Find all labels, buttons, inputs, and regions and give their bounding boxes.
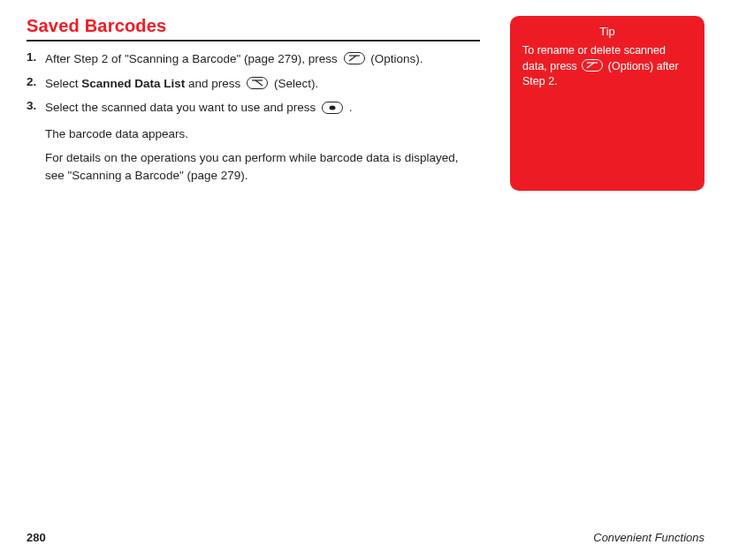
svg-line-5	[255, 80, 263, 86]
step-text: Select	[45, 77, 81, 90]
tip-title: Tip	[522, 25, 692, 38]
svg-line-2	[349, 56, 356, 61]
page-footer: 280 Convenient Functions	[27, 531, 704, 544]
svg-rect-3	[247, 78, 268, 89]
step-text: .	[349, 101, 353, 114]
svg-point-7	[329, 105, 335, 110]
svg-rect-0	[344, 53, 364, 64]
page-title: Saved Barcodes	[27, 16, 480, 40]
step-text: Select the scanned data you want to use …	[45, 101, 319, 114]
step-text: (Options).	[370, 52, 423, 65]
result-line: The barcode data appears.	[45, 125, 480, 143]
result-block: The barcode data appears. For details on…	[45, 125, 480, 185]
title-rule	[27, 40, 480, 42]
steps-list: 1. After Step 2 of "Scanning a Barcode" …	[27, 50, 480, 117]
step-bold: Scanned Data List	[81, 77, 185, 90]
step-2: 2. Select Scanned Data List and press (S…	[27, 75, 480, 93]
tip-box: Tip To rename or delete scanned data, pr…	[510, 16, 704, 191]
section-name: Convenient Functions	[593, 531, 704, 544]
step-text: (Select).	[274, 77, 318, 90]
svg-line-10	[587, 63, 594, 68]
main-column: Saved Barcodes 1. After Step 2 of "Scann…	[27, 16, 480, 191]
svg-rect-8	[583, 60, 603, 72]
center-key-icon	[322, 102, 343, 114]
step-number: 1.	[27, 50, 45, 68]
step-number: 3.	[27, 99, 45, 117]
step-number: 2.	[27, 75, 45, 93]
step-text: After Step 2 of "Scanning a Barcode" (pa…	[45, 52, 341, 65]
tip-body: To rename or delete scanned data, press …	[522, 43, 692, 90]
softkey-right-icon	[247, 77, 268, 89]
page-number: 280	[27, 531, 46, 544]
softkey-left-icon	[344, 52, 365, 64]
result-line: For details on the operations you can pe…	[45, 149, 480, 184]
step-3: 3. Select the scanned data you want to u…	[27, 99, 480, 117]
step-text: and press	[188, 77, 244, 90]
softkey-left-icon	[582, 59, 603, 72]
step-1: 1. After Step 2 of "Scanning a Barcode" …	[27, 50, 480, 68]
